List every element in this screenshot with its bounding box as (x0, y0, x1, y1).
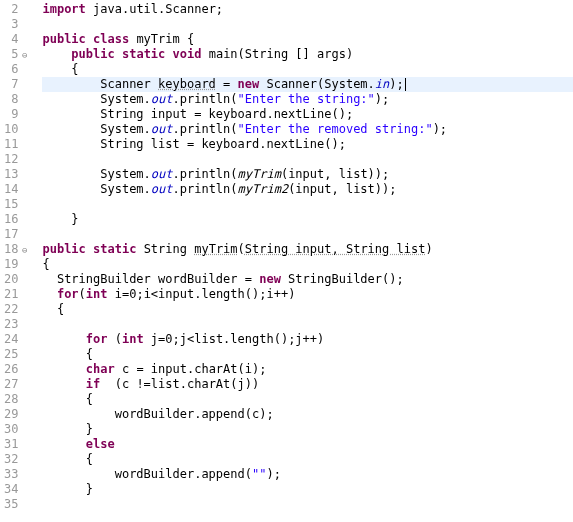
code-line[interactable]: { (42, 347, 573, 362)
line-number: 11 (4, 137, 27, 152)
line-number: 18⊖ (4, 242, 27, 257)
line-number: 10 (4, 122, 27, 137)
code-line[interactable]: System.out.println(myTrim(input, list)); (42, 167, 573, 182)
line-number: 28 (4, 392, 27, 407)
line-number: 14 (4, 182, 27, 197)
code-line[interactable]: public class myTrim { (42, 32, 573, 47)
code-editor: 2345⊖6789101112131415161718⊖192021222324… (0, 0, 573, 522)
code-line[interactable]: StringBuilder wordBuilder = new StringBu… (42, 272, 573, 287)
code-line[interactable] (42, 152, 573, 167)
code-line[interactable]: for (int j=0;j<list.length();j++) (42, 332, 573, 347)
code-line[interactable]: else (42, 437, 573, 452)
line-number: 35 (4, 497, 27, 512)
line-number: 3 (4, 17, 27, 32)
code-line[interactable] (42, 317, 573, 332)
code-line[interactable] (42, 497, 573, 512)
line-number: 29 (4, 407, 27, 422)
code-line[interactable]: wordBuilder.append(c); (42, 407, 573, 422)
code-line[interactable]: String list = keyboard.nextLine(); (42, 137, 573, 152)
code-line[interactable]: System.out.println("Enter the string:"); (42, 92, 573, 107)
code-area[interactable]: import java.util.Scanner;public class my… (36, 0, 573, 522)
code-line[interactable]: { (42, 62, 573, 77)
code-line[interactable]: System.out.println("Enter the removed st… (42, 122, 573, 137)
code-line[interactable]: System.out.println(myTrim2(input, list))… (42, 182, 573, 197)
code-line[interactable]: if (c !=list.charAt(j)) (42, 377, 573, 392)
line-number: 13 (4, 167, 27, 182)
line-number: 23 (4, 317, 27, 332)
code-line[interactable]: public static void main(String [] args) (42, 47, 573, 62)
line-number: 4 (4, 32, 27, 47)
fold-icon[interactable]: ⊖ (19, 48, 27, 63)
code-line[interactable]: { (42, 392, 573, 407)
code-line[interactable]: } (42, 212, 573, 227)
line-number: 30 (4, 422, 27, 437)
code-line[interactable]: { (42, 302, 573, 317)
code-line[interactable]: Scanner keyboard = new Scanner(System.in… (42, 77, 573, 92)
line-number: 21 (4, 287, 27, 302)
code-line[interactable]: public static String myTrim(String input… (42, 242, 573, 257)
line-number: 24 (4, 332, 27, 347)
code-line[interactable]: char c = input.charAt(i); (42, 362, 573, 377)
line-number: 12 (4, 152, 27, 167)
code-line[interactable]: import java.util.Scanner; (42, 2, 573, 17)
line-number: 7 (4, 77, 27, 92)
line-number: 26 (4, 362, 27, 377)
code-line[interactable]: wordBuilder.append(""); (42, 467, 573, 482)
line-number: 8 (4, 92, 27, 107)
code-line[interactable]: { (42, 452, 573, 467)
code-line[interactable] (42, 197, 573, 212)
code-line[interactable] (42, 227, 573, 242)
code-line[interactable] (42, 17, 573, 32)
code-line[interactable]: { (42, 257, 573, 272)
line-number: 19 (4, 257, 27, 272)
line-number: 25 (4, 347, 27, 362)
line-number: 9 (4, 107, 27, 122)
line-number: 34 (4, 482, 27, 497)
text-cursor (405, 78, 406, 91)
line-number-gutter: 2345⊖6789101112131415161718⊖192021222324… (0, 0, 36, 522)
line-number: 27 (4, 377, 27, 392)
code-line[interactable]: String input = keyboard.nextLine(); (42, 107, 573, 122)
line-number: 31 (4, 437, 27, 452)
code-line[interactable]: } (42, 422, 573, 437)
line-number: 2 (4, 2, 27, 17)
line-number: 16 (4, 212, 27, 227)
line-number: 17 (4, 227, 27, 242)
line-number: 33 (4, 467, 27, 482)
line-number: 5⊖ (4, 47, 27, 62)
line-number: 6 (4, 62, 27, 77)
line-number: 15 (4, 197, 27, 212)
line-number: 32 (4, 452, 27, 467)
code-line[interactable]: } (42, 482, 573, 497)
fold-icon[interactable]: ⊖ (19, 243, 27, 258)
line-number: 20 (4, 272, 27, 287)
code-line[interactable]: for(int i=0;i<input.length();i++) (42, 287, 573, 302)
line-number: 22 (4, 302, 27, 317)
